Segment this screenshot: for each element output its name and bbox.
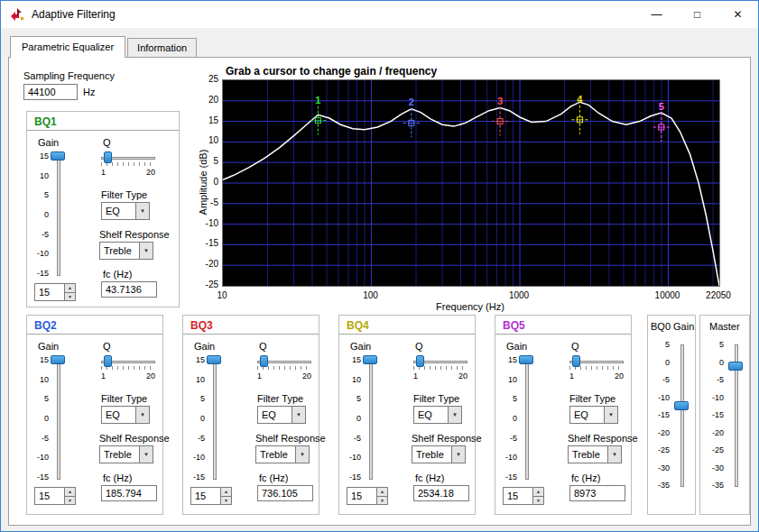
gain-slider-thumb[interactable] [363, 355, 377, 364]
gain-slider-track[interactable] [57, 153, 60, 276]
spin-up-icon[interactable]: ▲ [221, 488, 231, 497]
gain-spinbox[interactable]: 15 ▲▼ [34, 283, 76, 301]
slider-tick-label: 10 [352, 375, 361, 384]
slider-tick-label: -20 [658, 428, 670, 437]
slider-tick-label: 15 [40, 151, 49, 161]
maximize-button[interactable]: □ [677, 1, 717, 28]
q-slider-thumb[interactable] [104, 151, 112, 163]
svg-text:4: 4 [577, 94, 583, 105]
spin-down-icon[interactable]: ▼ [65, 497, 75, 505]
gain-slider-track[interactable] [213, 357, 217, 480]
svg-text:2: 2 [409, 96, 414, 107]
filter-type-dropdown[interactable]: EQ ▼ [101, 406, 150, 424]
slider-tick-label: -10 [712, 393, 724, 402]
gain-spinbox-value[interactable]: 15 [191, 488, 220, 504]
q-slider-thumb[interactable] [104, 355, 112, 367]
close-button[interactable]: ✕ [717, 1, 758, 28]
cursor-2[interactable]: 2 [403, 96, 420, 137]
q-label: Q [103, 341, 111, 352]
filter-type-value: EQ [414, 407, 448, 423]
sampling-frequency-label: Sampling Frequency [23, 70, 115, 81]
q-max-label: 20 [302, 371, 311, 381]
shelf-response-dropdown[interactable]: Treble ▼ [99, 242, 153, 260]
chevron-down-icon[interactable]: ▼ [295, 446, 309, 463]
shelf-response-dropdown[interactable]: Treble ▼ [568, 445, 622, 463]
q-slider-thumb[interactable] [572, 355, 580, 367]
spin-up-icon[interactable]: ▲ [65, 488, 75, 497]
spin-up-icon[interactable]: ▲ [533, 488, 543, 497]
gain-spinbox[interactable]: 15 ▲▼ [34, 487, 76, 505]
chevron-down-icon[interactable]: ▼ [139, 243, 153, 259]
slider-tick-label: -5 [717, 375, 724, 384]
q-slider-thumb[interactable] [416, 355, 424, 367]
shelf-response-dropdown[interactable]: Treble ▼ [255, 445, 310, 463]
gain-spinbox-value[interactable]: 15 [35, 284, 64, 300]
gain-spinbox-value[interactable]: 15 [347, 488, 376, 504]
x-axis-label: Frequency (Hz) [416, 301, 524, 312]
minimize-button[interactable]: — [636, 1, 677, 28]
bq0-gain-track[interactable] [680, 344, 684, 487]
bq0-gain-thumb[interactable] [674, 401, 689, 410]
slider-tick-label: -30 [712, 463, 724, 472]
gain-slider-track[interactable] [525, 357, 529, 480]
spin-up-icon[interactable]: ▲ [377, 488, 387, 497]
chevron-down-icon[interactable]: ▼ [135, 407, 149, 423]
gain-slider-thumb[interactable] [51, 355, 65, 364]
slider-tick-label: -15 [37, 269, 49, 278]
chevron-down-icon[interactable]: ▼ [604, 407, 617, 423]
bq-panel-header: BQ4 [339, 316, 475, 335]
gain-slider-thumb[interactable] [519, 355, 533, 364]
gain-spinbox-value[interactable]: 15 [504, 488, 532, 504]
tab-information[interactable]: Information [127, 38, 197, 58]
q-label: Q [259, 341, 267, 352]
eq-plot-svg[interactable]: 12345 [223, 80, 719, 286]
slider-tick-label: -15 [505, 472, 517, 482]
gain-spinbox[interactable]: 15 ▲▼ [347, 487, 388, 505]
bq-panel-title: BQ3 [190, 319, 213, 332]
gain-spinbox-value[interactable]: 15 [35, 488, 64, 504]
plot-area[interactable]: 12345 [222, 79, 720, 287]
chevron-down-icon[interactable]: ▼ [607, 446, 621, 463]
filter-type-dropdown[interactable]: EQ ▼ [569, 406, 618, 424]
spin-up-icon[interactable]: ▲ [65, 284, 75, 293]
labview-app-icon [9, 7, 24, 22]
shelf-response-dropdown[interactable]: Treble ▼ [412, 445, 466, 463]
fc-field[interactable]: 736.105 [257, 485, 313, 501]
spin-down-icon[interactable]: ▼ [221, 497, 231, 505]
chevron-down-icon[interactable]: ▼ [139, 446, 153, 463]
slider-tick-label: -10 [349, 453, 361, 462]
gain-slider-thumb[interactable] [207, 355, 221, 364]
cursor-4[interactable]: 4 [571, 94, 588, 134]
chevron-down-icon[interactable]: ▼ [451, 446, 465, 463]
chevron-down-icon[interactable]: ▼ [448, 407, 461, 423]
gain-slider-track[interactable] [369, 357, 373, 480]
bq4-panel: BQ4 Gain Q 151050-5-10-15 15 ▲▼ 1 20 Fil… [338, 315, 476, 515]
spin-down-icon[interactable]: ▼ [65, 293, 75, 301]
q-slider-thumb[interactable] [260, 355, 268, 367]
tab-parametric-equalizer[interactable]: Parametric Equalizer [10, 36, 125, 58]
master-thumb[interactable] [728, 362, 743, 371]
gain-spinbox[interactable]: 15 ▲▼ [503, 487, 544, 505]
filter-type-dropdown[interactable]: EQ ▼ [101, 202, 150, 220]
chevron-down-icon[interactable]: ▼ [292, 407, 305, 423]
gain-spinbox[interactable]: 15 ▲▼ [190, 487, 232, 505]
slider-tick-label: 0 [356, 414, 361, 423]
fc-field[interactable]: 43.7136 [101, 281, 157, 298]
gain-slider-thumb[interactable] [51, 151, 65, 161]
sampling-frequency-field[interactable]: 44100 [23, 84, 78, 100]
fc-field[interactable]: 2534.18 [413, 485, 469, 501]
spin-down-icon[interactable]: ▼ [377, 497, 387, 505]
shelf-response-value: Treble [569, 446, 607, 463]
filter-type-dropdown[interactable]: EQ ▼ [257, 406, 306, 424]
chevron-down-icon[interactable]: ▼ [135, 203, 149, 219]
spin-down-icon[interactable]: ▼ [533, 497, 543, 505]
shelf-response-label: Shelf Response [568, 433, 638, 444]
fc-field[interactable]: 8973 [569, 485, 625, 501]
shelf-response-dropdown[interactable]: Treble ▼ [99, 445, 153, 463]
fc-field[interactable]: 185.794 [101, 485, 157, 501]
slider-tick-label: -15 [193, 472, 205, 482]
filter-type-value: EQ [258, 407, 292, 423]
filter-type-dropdown[interactable]: EQ ▼ [413, 406, 462, 424]
gain-label: Gain [38, 137, 59, 148]
gain-slider-track[interactable] [57, 357, 60, 480]
